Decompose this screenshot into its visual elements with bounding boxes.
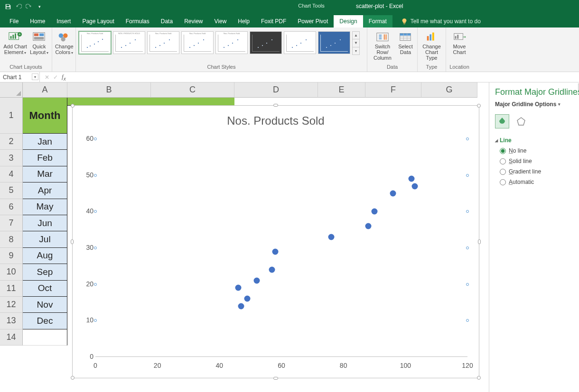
column-header-D[interactable]: D <box>234 82 318 98</box>
data-point[interactable] <box>372 209 378 215</box>
section-line[interactable]: Line <box>495 137 579 144</box>
embedded-chart[interactable]: Nos. Products Sold 010203040506002040608… <box>72 105 479 378</box>
row-header-4[interactable]: 4 <box>0 166 23 182</box>
cell-A14[interactable] <box>23 329 67 346</box>
tab-home[interactable]: Home <box>24 15 51 27</box>
chart-plot-area[interactable]: 0102030405060020406080100120 <box>95 139 467 357</box>
cell-A8[interactable]: Jul <box>23 231 67 247</box>
chart-style-8[interactable] <box>318 31 350 54</box>
row-header-8[interactable]: 8 <box>0 231 23 247</box>
redo-icon[interactable] <box>26 3 32 10</box>
switch-row-column-button[interactable]: Switch Row/ Column <box>370 29 395 61</box>
select-data-button[interactable]: Select Data <box>397 29 414 55</box>
format-pane-subtitle[interactable]: Major Gridline Options <box>495 101 579 108</box>
option-solid-line[interactable]: Solid line <box>500 158 579 164</box>
column-header-E[interactable]: E <box>318 82 365 98</box>
row-header-13[interactable]: 13 <box>0 313 23 329</box>
fill-line-tab-icon[interactable] <box>495 114 509 128</box>
cell-A5[interactable]: Apr <box>23 182 67 199</box>
change-colors-button[interactable]: Change Colors <box>55 29 74 55</box>
gridline-marker[interactable] <box>466 174 469 177</box>
chart-style-2[interactable]: NOS. PRODUCTS SOLD <box>113 31 145 54</box>
chart-style-6[interactable] <box>250 31 282 54</box>
change-chart-type-button[interactable]: Change Chart Type <box>420 29 443 61</box>
cell-A13[interactable]: Dec <box>23 313 67 329</box>
chart-style-1[interactable]: Nos. Products Sold <box>79 31 111 54</box>
cell-A10[interactable]: Sep <box>23 264 67 280</box>
column-header-G[interactable]: G <box>421 82 477 98</box>
chart-style-3[interactable]: Nos. Products Sold <box>147 31 179 54</box>
row-header-1[interactable]: 1 <box>0 98 23 134</box>
data-point[interactable] <box>272 248 278 255</box>
worksheet-area[interactable]: ABCDEFG 1234567891011121314 MonthJanFebM… <box>0 82 489 392</box>
gridline-marker[interactable] <box>466 246 469 249</box>
data-point[interactable] <box>269 267 275 273</box>
row-header-14[interactable]: 14 <box>0 329 23 346</box>
gridline-marker[interactable] <box>466 319 469 322</box>
customize-qat-icon[interactable]: ▾ <box>36 3 43 10</box>
quick-layout-button[interactable]: Quick Layout <box>29 29 49 55</box>
option-automatic[interactable]: Automatic <box>500 179 579 185</box>
chart-style-5[interactable]: Nos. Products Sold <box>215 31 248 54</box>
cell-A7[interactable]: Jun <box>23 215 67 231</box>
gridline-marker[interactable] <box>94 283 97 286</box>
gridline-marker[interactable] <box>94 137 97 140</box>
add-chart-element-button[interactable]: + Add Chart Element <box>3 29 28 55</box>
gridline-marker[interactable] <box>466 283 469 286</box>
tab-data[interactable]: Data <box>155 15 178 27</box>
row-header-6[interactable]: 6 <box>0 199 23 215</box>
chart-style-7[interactable] <box>284 31 316 54</box>
row-header-2[interactable]: 2 <box>0 134 23 150</box>
gridline-marker[interactable] <box>94 246 97 249</box>
data-point[interactable] <box>328 234 334 240</box>
row-header-10[interactable]: 10 <box>0 264 23 280</box>
undo-icon[interactable] <box>15 3 22 10</box>
move-chart-button[interactable]: Move Chart <box>449 29 470 55</box>
data-point[interactable] <box>235 285 241 291</box>
gridline-marker[interactable] <box>466 137 469 140</box>
cell-A4[interactable]: Mar <box>23 166 67 182</box>
data-point[interactable] <box>253 278 260 284</box>
gridline-marker[interactable] <box>94 174 97 177</box>
option-no-line[interactable]: No line <box>500 147 579 154</box>
cell-A1[interactable]: Month <box>23 98 67 134</box>
column-header-B[interactable]: B <box>67 82 151 98</box>
fx-icon[interactable]: fx <box>62 73 66 82</box>
column-header-C[interactable]: C <box>151 82 234 98</box>
cell-A6[interactable]: May <box>23 199 67 215</box>
cell-A2[interactable]: Jan <box>23 134 67 150</box>
data-point[interactable] <box>238 303 244 309</box>
tab-file[interactable]: File <box>4 15 24 27</box>
tab-insert[interactable]: Insert <box>51 15 76 27</box>
save-icon[interactable] <box>5 3 11 10</box>
cancel-formula-icon[interactable]: ✕ <box>45 74 49 81</box>
gallery-expand[interactable]: ▾ <box>353 47 359 55</box>
tab-foxit[interactable]: Foxit PDF <box>255 15 292 27</box>
tab-power-pivot[interactable]: Power Pivot <box>292 15 334 27</box>
name-box-dropdown[interactable]: ▾ <box>32 73 38 80</box>
cell-A9[interactable]: Aug <box>23 248 67 264</box>
tab-format[interactable]: Format <box>363 15 392 27</box>
row-header-7[interactable]: 7 <box>0 215 23 231</box>
data-point[interactable] <box>390 191 396 197</box>
gallery-scroll-down[interactable]: ▼ <box>353 39 359 47</box>
tab-design[interactable]: Design <box>334 15 363 27</box>
tab-review[interactable]: Review <box>178 15 208 27</box>
tab-view[interactable]: View <box>209 15 233 27</box>
row-header-3[interactable]: 3 <box>0 150 23 166</box>
cell-A12[interactable]: Nov <box>23 297 67 313</box>
tab-page-layout[interactable]: Page Layout <box>76 15 120 27</box>
tell-me-search[interactable]: Tell me what you want to do <box>401 18 481 27</box>
name-box[interactable]: Chart 1 ▾ <box>0 72 40 82</box>
tab-help[interactable]: Help <box>232 15 255 27</box>
row-header-12[interactable]: 12 <box>0 297 23 313</box>
data-point[interactable] <box>244 296 251 302</box>
effects-tab-icon[interactable] <box>514 114 528 128</box>
column-header-A[interactable]: A <box>23 82 67 98</box>
data-point[interactable] <box>365 223 371 229</box>
row-header-11[interactable]: 11 <box>0 281 23 297</box>
gridline-marker[interactable] <box>94 210 97 213</box>
cell-A3[interactable]: Feb <box>23 150 67 166</box>
row-header-5[interactable]: 5 <box>0 182 23 199</box>
data-point[interactable] <box>411 183 418 189</box>
